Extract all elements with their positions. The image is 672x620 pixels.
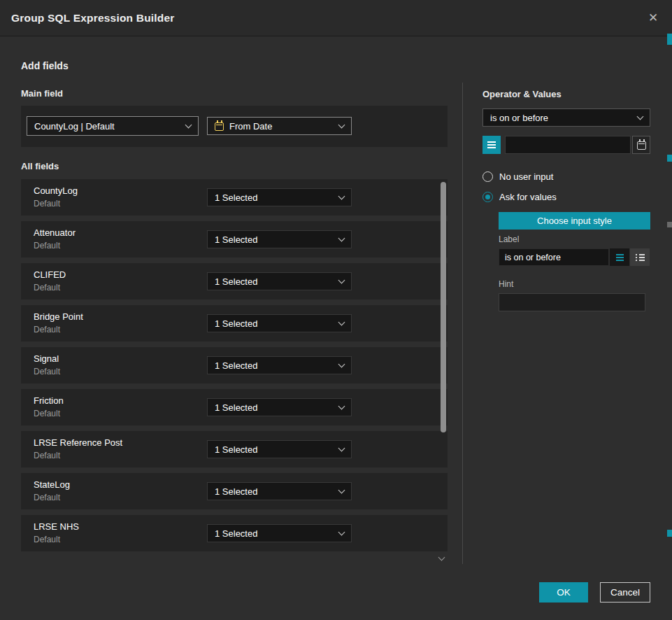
operator-values-heading: Operator & Values: [482, 89, 562, 99]
field-selected-dropdown[interactable]: 1 Selected: [207, 230, 352, 248]
field-row: LRSE NHS Default 1 Selected: [21, 515, 448, 551]
field-layer-label: Default: [34, 199, 60, 209]
chevron-down-icon: [185, 122, 192, 129]
field-name-label: CountyLog: [34, 185, 78, 196]
list-style-button[interactable]: [630, 248, 650, 266]
ok-button[interactable]: OK: [539, 582, 588, 603]
field-selected-value: 1 Selected: [215, 528, 257, 539]
list-scrollbar-thumb[interactable]: [441, 182, 446, 432]
chevron-down-icon: [338, 235, 345, 242]
main-field-select-value: From Date: [229, 121, 272, 132]
field-layer-label: Default: [34, 493, 60, 502]
choose-input-style-button[interactable]: Choose input style: [499, 212, 650, 230]
chevron-down-icon: [637, 113, 644, 120]
field-name-label: Bridge Point: [34, 311, 83, 322]
field-layer-label: Default: [34, 283, 60, 293]
field-selected-value: 1 Selected: [215, 234, 257, 245]
edge-artifact: [667, 34, 672, 45]
dialog-header: Group SQL Expression Builder ✕: [0, 0, 672, 36]
label-label: Label: [499, 234, 519, 244]
single-line-style-button[interactable]: [610, 248, 629, 266]
field-layer-label: Default: [34, 241, 60, 251]
field-row: Bridge Point Default 1 Selected: [21, 305, 448, 341]
chevron-down-icon: [338, 487, 345, 494]
field-selected-dropdown[interactable]: 1 Selected: [207, 188, 352, 206]
all-fields-heading: All fields: [21, 161, 59, 171]
field-row: Signal Default 1 Selected: [21, 347, 448, 383]
bulleted-list-icon: [636, 254, 645, 261]
cancel-button[interactable]: Cancel: [600, 582, 650, 603]
field-row: Friction Default 1 Selected: [21, 389, 448, 425]
field-name-label: LRSE NHS: [34, 521, 79, 532]
field-name-label: CLIFED: [34, 269, 66, 280]
layer-select-value: CountyLog | Default: [34, 121, 115, 132]
chevron-down-icon: [338, 277, 345, 284]
no-user-input-radio[interactable]: No user input: [482, 171, 553, 182]
all-fields-list: CountyLog Default 1 Selected Attenuator …: [21, 179, 448, 557]
main-field-heading: Main field: [21, 88, 63, 99]
field-row: Attenuator Default 1 Selected: [21, 221, 448, 258]
ask-for-values-label: Ask for values: [499, 192, 557, 202]
edge-artifact: [667, 222, 672, 227]
field-selected-dropdown[interactable]: 1 Selected: [207, 356, 352, 374]
field-selected-dropdown[interactable]: 1 Selected: [207, 314, 352, 332]
field-selected-dropdown[interactable]: 1 Selected: [207, 398, 352, 416]
field-selected-dropdown[interactable]: 1 Selected: [207, 272, 352, 290]
field-selected-value: 1 Selected: [215, 444, 257, 455]
chevron-down-icon: [338, 361, 345, 368]
field-row: CLIFED Default 1 Selected: [21, 263, 448, 300]
layer-select[interactable]: CountyLog | Default: [27, 116, 199, 136]
label-input[interactable]: [499, 248, 609, 266]
field-selected-value: 1 Selected: [215, 276, 257, 287]
field-selected-dropdown[interactable]: 1 Selected: [207, 482, 352, 500]
edge-artifact: [667, 530, 672, 537]
field-layer-label: Default: [34, 325, 60, 334]
scroll-more-chevron-icon[interactable]: [439, 550, 444, 563]
field-selected-value: 1 Selected: [215, 402, 257, 413]
close-icon[interactable]: ✕: [644, 9, 662, 27]
field-selected-dropdown[interactable]: 1 Selected: [207, 524, 352, 542]
field-row: StateLog Default 1 Selected: [21, 473, 448, 509]
add-fields-heading: Add fields: [21, 60, 69, 71]
field-name-label: StateLog: [34, 479, 70, 490]
chevron-down-icon: [338, 122, 345, 129]
main-field-select[interactable]: From Date: [207, 117, 352, 135]
field-layer-label: Default: [34, 535, 60, 544]
field-layer-label: Default: [34, 409, 60, 418]
chevron-down-icon: [338, 529, 345, 536]
no-user-input-label: No user input: [499, 171, 553, 182]
field-name-label: Signal: [34, 353, 59, 364]
chevron-down-icon: [338, 445, 345, 452]
dialog-title: Group SQL Expression Builder: [11, 0, 175, 36]
field-selected-value: 1 Selected: [215, 318, 257, 329]
vertical-divider: [462, 83, 463, 564]
chevron-down-icon: [338, 319, 345, 326]
set-from-field-button[interactable]: [482, 136, 501, 154]
field-selected-dropdown[interactable]: 1 Selected: [207, 440, 352, 458]
radio-checked-icon: [482, 192, 493, 202]
chevron-down-icon: [338, 193, 345, 200]
field-selected-value: 1 Selected: [215, 192, 257, 203]
operator-select[interactable]: is on or before: [482, 108, 650, 127]
field-row: CountyLog Default 1 Selected: [21, 179, 448, 216]
radio-unchecked-icon: [482, 171, 493, 182]
ask-for-values-radio[interactable]: Ask for values: [482, 192, 557, 202]
date-picker-button[interactable]: [632, 136, 650, 154]
main-field-panel: CountyLog | Default From Date: [21, 106, 448, 147]
calendar-icon: [215, 122, 224, 131]
group-sql-expression-builder-dialog: Group SQL Expression Builder ✕ Add field…: [0, 0, 672, 620]
field-name-label: Friction: [34, 395, 64, 406]
field-selected-value: 1 Selected: [215, 486, 257, 497]
chevron-down-icon: [338, 403, 345, 410]
field-name-label: Attenuator: [34, 227, 76, 238]
operator-select-value: is on or before: [490, 113, 548, 123]
value-input[interactable]: [505, 136, 631, 154]
hint-input[interactable]: [499, 293, 645, 311]
edge-artifact: [667, 155, 672, 162]
field-layer-label: Default: [34, 367, 60, 376]
field-name-label: LRSE Reference Post: [34, 437, 122, 448]
align-left-icon: [616, 254, 624, 255]
field-selected-value: 1 Selected: [215, 360, 257, 371]
field-row: LRSE Reference Post Default 1 Selected: [21, 431, 448, 467]
hint-label: Hint: [499, 279, 513, 289]
